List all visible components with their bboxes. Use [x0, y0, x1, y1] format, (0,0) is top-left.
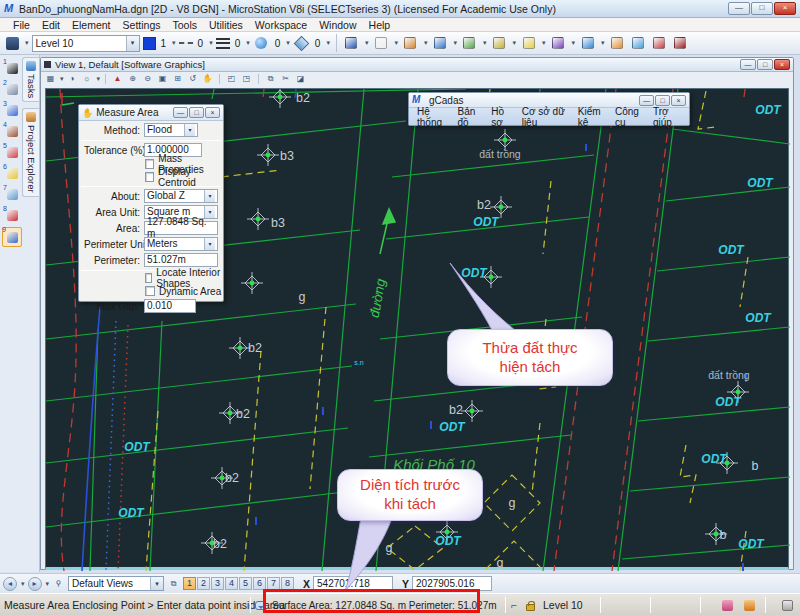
minimize-button[interactable]: — [728, 2, 750, 15]
back-caret-icon[interactable]: ▾ [21, 580, 25, 588]
method-dropdown-arrow-icon[interactable]: ▾ [184, 124, 195, 136]
display-style-icon[interactable]: ☼ [81, 73, 94, 84]
view-close-button[interactable]: × [774, 59, 790, 70]
gcadas-menu-item[interactable]: Bản đồ [453, 106, 485, 128]
menu-tools[interactable]: Tools [168, 19, 203, 31]
task-tool-9[interactable]: 9 [2, 227, 22, 247]
task-tool-1[interactable]: 1 [3, 59, 21, 77]
active-color-swatch[interactable] [143, 37, 156, 50]
gcadas-maximize-button[interactable]: □ [655, 95, 670, 106]
fit-view-icon[interactable]: ⊞ [171, 73, 184, 84]
view-toggle-8[interactable]: 8 [281, 577, 294, 590]
manage-view-groups-icon[interactable]: ⧉ [167, 578, 180, 589]
gcadas-menu-item[interactable]: Hệ thống [413, 106, 451, 128]
primary-tool-icon[interactable] [609, 35, 626, 52]
locate-interior-shapes-checkbox[interactable] [145, 273, 152, 283]
view-toggle-3[interactable]: 3 [211, 577, 224, 590]
weight-caret-icon[interactable]: ▾ [246, 39, 250, 47]
close-button[interactable]: × [774, 2, 796, 15]
view-attributes-caret-icon[interactable]: ▾ [60, 75, 64, 83]
primary-tool-icon[interactable] [651, 35, 668, 52]
fence-status-icon[interactable] [744, 594, 755, 615]
line-style-icon[interactable] [179, 42, 193, 44]
mass-properties-checkbox[interactable] [145, 159, 154, 169]
menu-settings[interactable]: Settings [118, 19, 166, 31]
about-dropdown[interactable]: Global Z ▾ [144, 189, 218, 203]
gcadas-menu-item[interactable]: Cơ sở dữ liệu [518, 106, 572, 128]
menu-element[interactable]: Element [67, 19, 116, 31]
style-caret-icon[interactable]: ▾ [209, 39, 213, 47]
primary-tool-icon[interactable] [550, 35, 567, 52]
rotate-view-icon[interactable]: ↺ [186, 73, 199, 84]
tool-caret-icon[interactable]: ▾ [365, 39, 369, 47]
view-toggle-6[interactable]: 6 [253, 577, 266, 590]
dialog-maximize-button[interactable]: □ [189, 107, 204, 118]
tool-caret-icon[interactable]: ▾ [542, 39, 546, 47]
task-tool-4[interactable]: 4 [3, 122, 21, 140]
clip-volume-icon[interactable]: ✂ [279, 73, 292, 84]
tool-caret-icon[interactable]: ▾ [483, 39, 487, 47]
gcadas-menu-item[interactable]: Công cụ [611, 106, 647, 128]
clip-mask-icon[interactable]: ◪ [294, 73, 307, 84]
gcadas-menu-item[interactable]: Kiểm kê [574, 106, 609, 128]
view-toggle-2[interactable]: 2 [197, 577, 210, 590]
task-tool-6[interactable]: 6 [3, 164, 21, 182]
line-weight-icon[interactable] [216, 38, 230, 49]
transparency-icon[interactable] [253, 35, 270, 52]
menu-workspace[interactable]: Workspace [250, 19, 312, 31]
pan-view-icon[interactable]: ✋ [201, 73, 214, 84]
view-titlebar[interactable]: View 1, Default [Software Graphics] — □ … [41, 58, 793, 72]
tool-caret-icon[interactable]: ▾ [394, 39, 398, 47]
dialog-close-button[interactable]: × [205, 107, 220, 118]
priority-caret-icon[interactable]: ▾ [326, 39, 330, 47]
primary-tool-icon[interactable] [520, 35, 537, 52]
design-history-icon[interactable] [782, 594, 793, 615]
locks-icon[interactable] [526, 594, 535, 615]
primary-tool-icon[interactable] [461, 35, 478, 52]
tab-tasks[interactable]: Tasks [22, 57, 39, 102]
x-coordinate-field[interactable]: 542701.718 [313, 576, 393, 591]
tool-caret-icon[interactable]: ▾ [512, 39, 516, 47]
display-centroid-checkbox[interactable] [145, 172, 154, 182]
message-center-icon[interactable] [255, 594, 266, 615]
gcadas-menu-item[interactable]: Trợ giúp [649, 106, 685, 128]
dialog-minimize-button[interactable]: — [173, 107, 188, 118]
active-level-status[interactable]: Level 10 [543, 594, 583, 615]
window-area-icon[interactable]: ▣ [156, 73, 169, 84]
primary-tool-icon[interactable] [579, 35, 596, 52]
primary-tool-icon[interactable] [402, 35, 419, 52]
view-toggle-1[interactable]: 1 [183, 577, 196, 590]
dynamic-area-checkbox[interactable] [145, 286, 155, 296]
level-combo-arrow-icon[interactable]: ▾ [126, 36, 139, 51]
y-coordinate-field[interactable]: 2027905.016 [412, 576, 492, 591]
zoom-out-icon[interactable]: ⊖ [141, 73, 154, 84]
color-caret-icon[interactable]: ▾ [172, 39, 176, 47]
walk-tool-icon[interactable]: ⚲ [52, 578, 65, 589]
task-tool-3[interactable]: 3 [3, 101, 21, 119]
primary-tool-icon[interactable] [490, 35, 507, 52]
perimeter-unit-dropdown[interactable]: Meters ▾ [144, 237, 218, 251]
view-group-combo[interactable]: Default Views ▾ [68, 576, 164, 591]
view-previous-icon[interactable]: ◰ [225, 73, 238, 84]
task-tool-5[interactable]: 5 [3, 143, 21, 161]
gcadas-menu-item[interactable]: Hồ sơ [487, 106, 515, 128]
view-toggle-4[interactable]: 4 [225, 577, 238, 590]
selection-status-icon[interactable] [722, 594, 733, 615]
task-tool-8[interactable]: 8 [3, 206, 21, 224]
view-group-arrow-icon[interactable]: ▾ [150, 577, 163, 590]
view-attributes-icon[interactable]: ▦ [44, 73, 57, 84]
forward-caret-icon[interactable]: ▾ [46, 580, 50, 588]
menu-window[interactable]: Window [314, 19, 361, 31]
snap-mode-icon[interactable]: ⌐ [511, 594, 517, 615]
maximize-button[interactable]: □ [751, 2, 773, 15]
perimeter-unit-dropdown-arrow-icon[interactable]: ▾ [204, 238, 215, 250]
forward-button[interactable]: ▸ [28, 577, 42, 591]
measure-dialog-titlebar[interactable]: ✋ Measure Area — □ × [79, 105, 223, 121]
menu-file[interactable]: File [8, 19, 35, 31]
element-template-icon[interactable] [4, 35, 21, 52]
active-level-combo[interactable]: Level 10 ▾ [32, 35, 140, 52]
primary-tool-icon[interactable] [431, 35, 448, 52]
display-style-caret-icon[interactable]: ▾ [97, 75, 101, 83]
view-minimize-button[interactable]: — [740, 59, 756, 70]
template-caret-icon[interactable]: ▾ [25, 39, 29, 47]
